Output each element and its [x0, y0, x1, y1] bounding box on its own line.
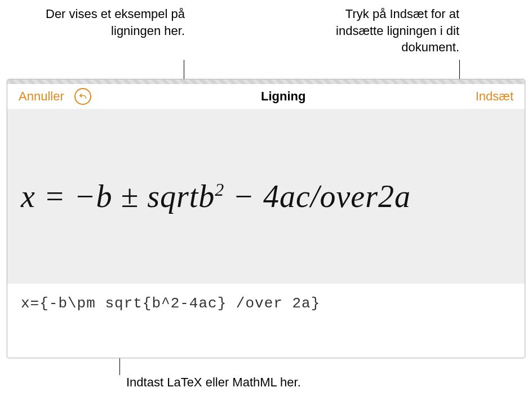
eq-superscript: 2 [215, 179, 224, 200]
dialog-title: Ligning [261, 89, 305, 104]
undo-icon[interactable] [74, 88, 91, 105]
insert-button[interactable]: Indsæt [476, 89, 513, 104]
topbar-left-group: Annuller [19, 88, 91, 105]
callout-preview-hint: Der vises et eksempel på ligningen her. [16, 6, 185, 39]
callout-insert-hint: Tryk på Indsæt for at indsætte ligningen… [296, 6, 459, 56]
cancel-button[interactable]: Annuller [19, 89, 64, 104]
eq-part-2: − 4ac/over2a [224, 179, 411, 214]
equation-dialog: Annuller Ligning Indsæt x = −b ± sqrtb2 … [7, 79, 525, 358]
callout-input-hint: Indtast LaTeX eller MathML her. [126, 374, 408, 391]
eq-part-1: x = −b ± sqrtb [21, 179, 215, 214]
equation-preview: x = −b ± sqrtb2 − 4ac/over2a [7, 109, 525, 284]
equation-input-row [7, 284, 525, 312]
equation-preview-text: x = −b ± sqrtb2 − 4ac/over2a [21, 178, 411, 214]
equation-input[interactable] [21, 295, 511, 312]
topbar: Annuller Ligning Indsæt [7, 84, 525, 109]
